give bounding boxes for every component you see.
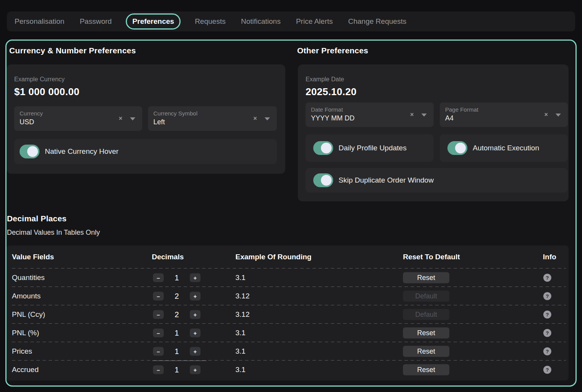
- tab-change-requests[interactable]: Change Requests: [347, 13, 408, 30]
- toggle-knob: [321, 175, 332, 186]
- rounding-example: 3.12: [235, 292, 250, 300]
- decrement-button[interactable]: –: [153, 273, 164, 282]
- info-icon[interactable]: ?: [543, 366, 551, 374]
- increment-button[interactable]: +: [190, 329, 201, 338]
- rounding-example: 3.1: [235, 329, 245, 337]
- table-row: PNL (Ccy) – 2 + 3.12 Default ?: [7, 305, 569, 324]
- automatic-execution-row: Automatic Execution: [440, 134, 568, 162]
- preferences-panel: Currency & Number Preferences Example Cu…: [5, 40, 577, 387]
- rounding-example: 3.12: [235, 310, 250, 319]
- increment-button[interactable]: +: [190, 310, 201, 319]
- increment-button[interactable]: +: [190, 366, 201, 374]
- default-button[interactable]: Default: [403, 291, 449, 302]
- increment-button[interactable]: +: [190, 292, 201, 301]
- tab-notifications[interactable]: Notifications: [240, 13, 282, 30]
- daily-profile-updates-toggle[interactable]: [313, 141, 333, 155]
- chevron-down-icon[interactable]: [130, 117, 135, 120]
- increment-button[interactable]: +: [190, 347, 201, 356]
- skip-duplicate-order-toggle[interactable]: [313, 173, 333, 187]
- clear-icon[interactable]: ×: [253, 115, 257, 122]
- other-preferences-card: Example Date 2025.10.20 Date Format YYYY…: [298, 64, 569, 201]
- col-header-reset: Reset To Default: [403, 253, 460, 261]
- tab-password[interactable]: Password: [79, 13, 113, 30]
- default-button[interactable]: Default: [403, 309, 449, 320]
- decimal-places-title: Decimal Places: [7, 214, 67, 223]
- col-header-example: Example Of Rounding: [235, 253, 311, 261]
- decimals-value: 1: [164, 347, 190, 356]
- currency-dropdown[interactable]: Currency USD ×: [14, 106, 142, 131]
- native-currency-hover-label: Native Currency Hover: [45, 147, 118, 156]
- info-icon[interactable]: ?: [543, 311, 551, 319]
- reset-button[interactable]: Reset: [403, 272, 449, 283]
- decimals-value: 1: [164, 329, 190, 338]
- rounding-example: 3.1: [235, 347, 245, 356]
- row-label: Quantities: [12, 273, 45, 282]
- chevron-down-icon[interactable]: [421, 114, 427, 117]
- toggle-knob: [321, 143, 332, 153]
- decimal-places-table: Value Fields Decimals Example Of Roundin…: [7, 245, 569, 380]
- rounding-example: 3.1: [235, 273, 245, 282]
- currency-symbol-dropdown[interactable]: Currency Symbol Left ×: [148, 106, 277, 131]
- tab-price-alerts[interactable]: Price Alerts: [295, 13, 334, 30]
- automatic-execution-toggle[interactable]: [447, 141, 467, 155]
- table-row: Amounts – 2 + 3.12 Default ?: [7, 287, 569, 305]
- decimals-stepper: – 1 +: [153, 347, 201, 356]
- native-currency-hover-toggle[interactable]: [20, 145, 39, 158]
- chevron-down-icon[interactable]: [556, 114, 561, 117]
- table-row: Quantities – 1 + 3.1 Reset ?: [7, 268, 569, 287]
- decimals-value: 1: [164, 366, 190, 374]
- decimals-stepper: – 1 +: [153, 366, 201, 374]
- row-label: PNL (Ccy): [12, 310, 45, 319]
- info-icon[interactable]: ?: [543, 292, 551, 300]
- currency-section-title: Currency & Number Preferences: [9, 46, 136, 55]
- clear-icon[interactable]: ×: [544, 112, 548, 118]
- decimals-stepper: – 2 +: [153, 292, 201, 301]
- example-date-value: 2025.10.20: [306, 86, 357, 98]
- row-label: Amounts: [12, 292, 41, 300]
- toggle-knob: [455, 143, 466, 153]
- daily-profile-updates-label: Daily Profile Updates: [339, 144, 406, 152]
- row-label: PNL (%): [12, 329, 39, 337]
- example-currency-label: Example Currency: [14, 76, 65, 83]
- skip-duplicate-order-label: Skip Duplicate Order Window: [339, 176, 434, 184]
- info-icon[interactable]: ?: [543, 329, 551, 337]
- info-icon[interactable]: ?: [543, 274, 551, 282]
- reset-button[interactable]: Reset: [403, 328, 449, 339]
- info-icon[interactable]: ?: [543, 348, 551, 356]
- decimals-stepper: – 1 +: [153, 273, 201, 282]
- other-section-title: Other Preferences: [297, 46, 368, 55]
- example-currency-value: $1 000 000.00: [14, 86, 79, 98]
- reset-button[interactable]: Reset: [403, 364, 449, 376]
- table-row: Accrued – 1 + 3.1 Reset ?: [7, 361, 569, 379]
- decrement-button[interactable]: –: [153, 292, 164, 301]
- settings-tab-bar: Personalisation Password Preferences Req…: [7, 12, 575, 31]
- row-label: Prices: [12, 347, 32, 356]
- decimals-stepper: – 1 +: [153, 329, 201, 338]
- rounding-example: 3.1: [235, 366, 245, 374]
- tab-personalisation[interactable]: Personalisation: [13, 13, 66, 30]
- reset-button[interactable]: Reset: [403, 346, 449, 357]
- date-format-dropdown[interactable]: Date Format YYYY MM DD ×: [306, 102, 434, 127]
- decimals-value: 1: [164, 273, 190, 282]
- decrement-button[interactable]: –: [153, 310, 164, 319]
- table-row: Prices – 1 + 3.1 Reset ?: [7, 342, 569, 361]
- decimals-value: 2: [164, 292, 190, 301]
- skip-duplicate-order-row: Skip Duplicate Order Window: [306, 168, 568, 193]
- tab-preferences[interactable]: Preferences: [126, 13, 181, 30]
- daily-profile-updates-row: Daily Profile Updates: [306, 134, 434, 162]
- toggle-knob: [27, 146, 38, 157]
- chevron-down-icon[interactable]: [265, 117, 270, 120]
- decimals-stepper: – 2 +: [153, 310, 201, 319]
- decimals-value: 2: [164, 310, 190, 319]
- tab-requests[interactable]: Requests: [194, 13, 227, 30]
- table-row: PNL (%) – 1 + 3.1 Reset ?: [7, 324, 569, 342]
- decrement-button[interactable]: –: [153, 329, 164, 338]
- automatic-execution-label: Automatic Execution: [473, 144, 539, 152]
- page-format-dropdown[interactable]: Page Format A4 ×: [440, 102, 568, 127]
- col-header-decimals: Decimals: [152, 253, 184, 261]
- clear-icon[interactable]: ×: [119, 115, 122, 122]
- clear-icon[interactable]: ×: [410, 112, 414, 118]
- increment-button[interactable]: +: [190, 273, 201, 282]
- decrement-button[interactable]: –: [153, 366, 164, 374]
- decrement-button[interactable]: –: [153, 347, 164, 356]
